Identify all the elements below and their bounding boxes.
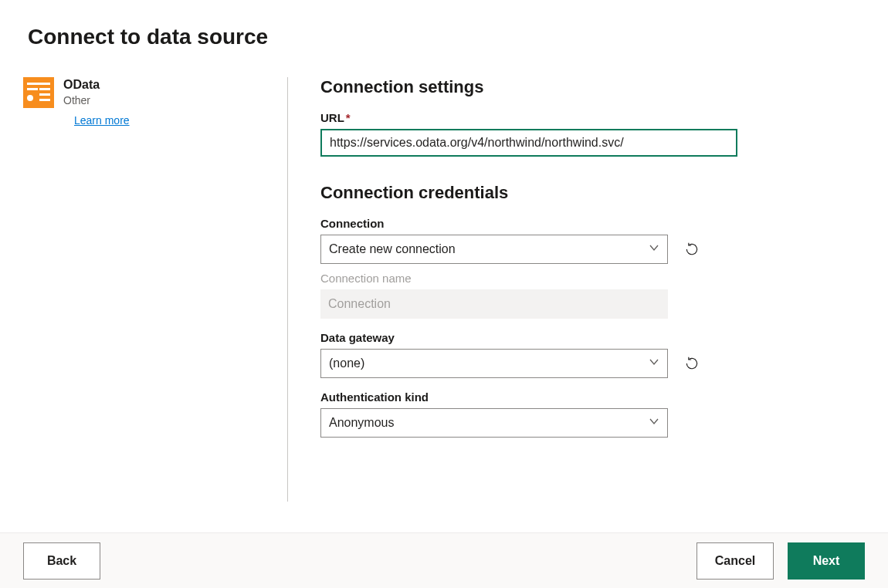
chevron-down-icon: [649, 357, 659, 370]
next-button[interactable]: Next: [788, 542, 865, 580]
connection-settings-heading: Connection settings: [320, 77, 859, 97]
svg-rect-1: [27, 83, 50, 85]
authentication-kind-select[interactable]: Anonymous: [320, 408, 668, 438]
authentication-kind-label: Authentication kind: [320, 390, 859, 404]
refresh-connection-button[interactable]: [683, 241, 700, 258]
url-input[interactable]: [320, 129, 737, 157]
connection-select[interactable]: Create new connection: [320, 235, 668, 264]
connection-credentials-heading: Connection credentials: [320, 183, 859, 203]
connector-name: OData: [63, 77, 130, 93]
connection-name-label: Connection name: [320, 272, 859, 285]
main-area: OData Other Learn more Connection settin…: [0, 49, 888, 505]
odata-connector-icon: [23, 77, 54, 108]
learn-more-link[interactable]: Learn more: [74, 114, 130, 127]
chevron-down-icon: [649, 416, 659, 430]
svg-rect-3: [39, 88, 50, 90]
svg-rect-0: [23, 77, 54, 108]
settings-panel: Connection settings URL* Connection cred…: [288, 77, 859, 505]
connector-category: Other: [63, 93, 130, 108]
authentication-kind-value: Anonymous: [329, 416, 395, 430]
connector-text: OData Other Learn more: [63, 77, 130, 505]
refresh-gateway-button[interactable]: [683, 355, 700, 372]
page-title: Connect to data source: [0, 0, 888, 49]
url-label: URL*: [320, 111, 859, 124]
data-gateway-label: Data gateway: [320, 331, 859, 344]
cancel-button[interactable]: Cancel: [697, 542, 774, 580]
connection-label: Connection: [320, 217, 859, 230]
data-gateway-select[interactable]: (none): [320, 349, 668, 378]
svg-point-4: [27, 95, 33, 101]
back-button[interactable]: Back: [23, 542, 100, 580]
url-label-text: URL: [320, 111, 344, 124]
required-asterisk: *: [346, 111, 351, 124]
svg-rect-6: [39, 99, 50, 101]
svg-rect-5: [39, 93, 50, 96]
dialog-footer: Back Cancel Next: [0, 532, 888, 588]
connection-name-input: Connection: [320, 289, 668, 319]
data-gateway-value: (none): [329, 357, 364, 370]
connector-panel: OData Other Learn more: [23, 77, 287, 505]
svg-rect-2: [27, 88, 38, 90]
chevron-down-icon: [649, 242, 659, 256]
connection-select-value: Create new connection: [329, 242, 456, 256]
